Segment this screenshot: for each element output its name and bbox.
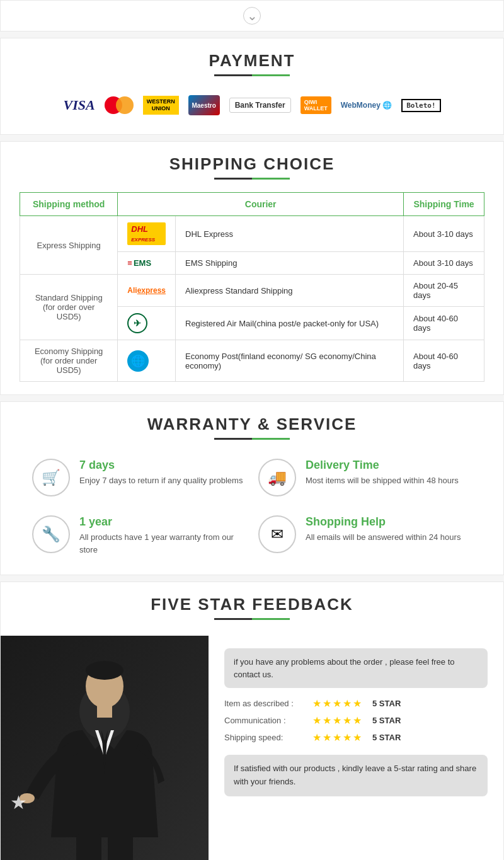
svg-rect-3 xyxy=(97,705,112,718)
dhl-name: DHL Express xyxy=(176,216,404,252)
table-row: Economy Shipping(for order under USD5) 🌐… xyxy=(20,340,484,382)
qiwi-logo: QIWIWALLET xyxy=(301,96,331,114)
bank-transfer-logo: Bank Transfer xyxy=(229,98,291,113)
top-chevron-section: ⌄ xyxy=(0,0,504,32)
warranty-desc-shopping-help: All emails will be answered within 24 ho… xyxy=(306,531,461,544)
airmail-time: About 40-60 days xyxy=(404,307,484,340)
payment-title-underline xyxy=(214,74,290,76)
feedback-inner: ★ if you have any problems about the ord… xyxy=(1,636,503,860)
warranty-text-7days: 7 days Enjoy 7 days to return if any qua… xyxy=(79,459,243,487)
stars-described: ★★★★★ xyxy=(312,697,363,709)
truck-icon: 🚚 xyxy=(258,459,296,496)
speech-bubble-top-text: if you have any problems about the order… xyxy=(234,657,455,679)
chevron-down-icon: ⌄ xyxy=(243,7,261,25)
mastercard-logo xyxy=(105,96,134,114)
boleto-logo: Boleto! xyxy=(401,99,440,112)
airmail-logo-cell: ✈ xyxy=(118,307,176,340)
man-silhouette: ★ xyxy=(7,648,202,860)
western-union-logo: WESTERNUNION xyxy=(143,96,179,115)
table-row: Express Shipping DHLEXPRESS DHL Express … xyxy=(20,216,484,252)
rating-row-shipping: Shipping speed: ★★★★★ 5 STAR xyxy=(224,731,488,743)
payment-section: PAYMENT VISA WESTERNUNION Maestro Bank T… xyxy=(0,38,504,135)
un-logo-cell: 🌐 xyxy=(118,340,176,382)
warranty-text-shopping-help: Shopping Help All emails will be answere… xyxy=(306,515,461,544)
warranty-item-shopping-help: ✉ Shopping Help All emails will be answe… xyxy=(258,515,472,556)
ali-time: About 20-45 days xyxy=(404,275,484,307)
col-method: Shipping method xyxy=(20,193,118,216)
shipping-header-row: Shipping method Courier Shipping Time xyxy=(20,193,484,216)
dhl-logo: DHLEXPRESS xyxy=(127,222,166,245)
warranty-section: WARRANTY & SERVICE 🛒 7 days Enjoy 7 days… xyxy=(0,401,504,575)
shipping-title-underline xyxy=(214,178,290,180)
ems-name: EMS Shipping xyxy=(176,252,404,275)
warranty-heading-7days: 7 days xyxy=(79,459,243,472)
warranty-title: WARRANTY & SERVICE xyxy=(20,415,484,434)
rating-row-described: Item as described : ★★★★★ 5 STAR xyxy=(224,697,488,709)
stars-communication: ★★★★★ xyxy=(312,714,363,726)
warranty-item-delivery: 🚚 Delivery Time Most items will be shipp… xyxy=(258,459,472,496)
star-count-described: 5 STAR xyxy=(372,699,401,708)
tools-icon: 🔧 xyxy=(32,515,70,553)
shipping-title: SHIPPING CHOICE xyxy=(20,154,484,174)
rating-label-shipping: Shipping speed: xyxy=(224,733,306,742)
ems-logo-cell: ≡EMS xyxy=(118,252,176,275)
method-express: Express Shipping xyxy=(20,216,118,275)
dhl-logo-cell: DHLEXPRESS xyxy=(118,216,176,252)
feedback-header: FIVE STAR FEEDBACK xyxy=(1,582,503,636)
shipping-table: Shipping method Courier Shipping Time Ex… xyxy=(20,192,484,382)
maestro-logo: Maestro xyxy=(188,95,220,115)
payment-title: PAYMENT xyxy=(20,51,484,71)
webmoney-logo: WebMoney 🌐 xyxy=(341,101,392,110)
warranty-text-delivery: Delivery Time Most items will be shipped… xyxy=(306,459,459,487)
table-row: Standard Shipping(for order over USD5) A… xyxy=(20,275,484,307)
svg-point-2 xyxy=(86,661,123,680)
warranty-desc-delivery: Most items will be shipped within 48 hou… xyxy=(306,474,459,487)
warranty-heading-delivery: Delivery Time xyxy=(306,459,459,472)
warranty-item-1year: 🔧 1 year All products have 1 year warran… xyxy=(32,515,246,556)
warranty-item-7days: 🛒 7 days Enjoy 7 days to return if any q… xyxy=(32,459,246,496)
rating-row-communication: Communication : ★★★★★ 5 STAR xyxy=(224,714,488,726)
warranty-grid: 🛒 7 days Enjoy 7 days to return if any q… xyxy=(20,452,484,562)
economy-name: Economy Post(finland economy/ SG economy… xyxy=(176,340,404,382)
ali-name: Aliexpress Standard Shipping xyxy=(176,275,404,307)
shipping-section: SHIPPING CHOICE Shipping method Courier … xyxy=(0,141,504,395)
svg-rect-6 xyxy=(76,834,101,860)
svg-rect-7 xyxy=(108,834,133,860)
warranty-heading-shopping-help: Shopping Help xyxy=(306,515,461,529)
visa-logo: VISA xyxy=(63,97,94,113)
star-count-shipping: 5 STAR xyxy=(372,733,401,742)
ems-time: About 3-10 days xyxy=(404,252,484,275)
warranty-heading-1year: 1 year xyxy=(79,515,246,529)
warranty-title-underline xyxy=(214,438,290,440)
dhl-time: About 3-10 days xyxy=(404,216,484,252)
star-count-communication: 5 STAR xyxy=(372,716,401,725)
warranty-text-1year: 1 year All products have 1 year warranty… xyxy=(79,515,246,556)
feedback-title: FIVE STAR FEEDBACK xyxy=(20,595,484,614)
feedback-title-underline xyxy=(214,618,290,620)
speech-bubble-bottom: If satisfied with our products , kindly … xyxy=(224,755,488,796)
rating-label-communication: Communication : xyxy=(224,716,306,725)
email-icon: ✉ xyxy=(258,515,296,553)
airmail-name: Registered Air Mail(china post/e packet-… xyxy=(176,307,404,340)
warranty-desc-7days: Enjoy 7 days to return if any quality pr… xyxy=(79,474,243,487)
airmail-icon: ✈ xyxy=(127,313,147,333)
stars-shipping: ★★★★★ xyxy=(312,731,363,743)
aliexpress-logo: Aliexpress xyxy=(127,286,166,295)
feedback-section: FIVE STAR FEEDBACK xyxy=(0,582,504,860)
rating-label-described: Item as described : xyxy=(224,699,306,708)
method-standard: Standard Shipping(for order over USD5) xyxy=(20,275,118,340)
speech-bubble-bottom-text: If satisfied with our products , kindly … xyxy=(234,764,476,786)
cart-icon: 🛒 xyxy=(32,459,70,496)
col-courier: Courier xyxy=(118,193,404,216)
warranty-desc-1year: All products have 1 year warranty from o… xyxy=(79,531,246,556)
feedback-right-panel: if you have any problems about the order… xyxy=(209,636,503,860)
svg-text:★: ★ xyxy=(10,792,27,813)
method-economy: Economy Shipping(for order under USD5) xyxy=(20,340,118,382)
speech-bubble-top: if you have any problems about the order… xyxy=(224,648,488,688)
ems-logo: ≡EMS xyxy=(127,258,166,268)
un-logo: 🌐 xyxy=(127,350,149,372)
feedback-man-area: ★ xyxy=(1,636,209,860)
economy-time: About 40-60 days xyxy=(404,340,484,382)
ali-logo-cell: Aliexpress xyxy=(118,275,176,307)
ratings-container: Item as described : ★★★★★ 5 STAR Communi… xyxy=(224,697,488,748)
